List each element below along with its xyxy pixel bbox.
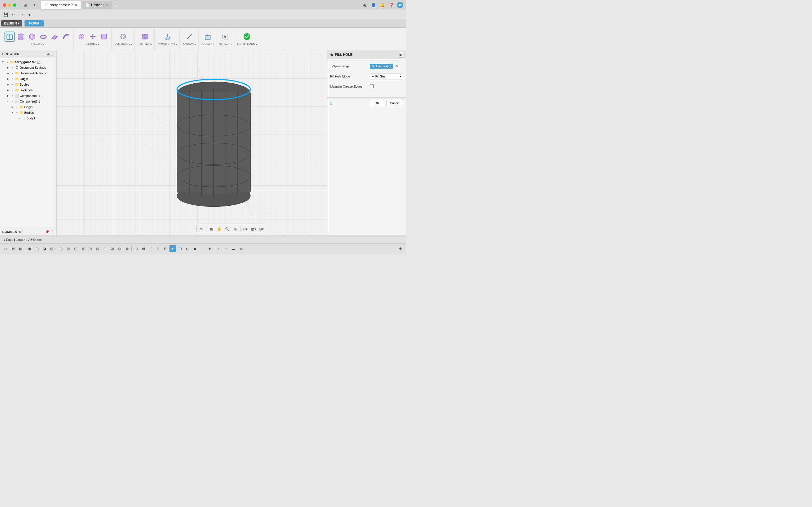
extension-icon[interactable]: 🔌 (361, 2, 368, 8)
bt-icon-4[interactable]: ▥ (65, 245, 71, 252)
vp-display-mode-icon[interactable]: □▾ (242, 226, 249, 232)
clear-selection-button[interactable]: ✕ (395, 64, 398, 68)
create-pipe-icon[interactable] (61, 32, 71, 42)
create-torus-icon[interactable] (38, 32, 49, 42)
save-icon[interactable]: 💾 (2, 11, 9, 18)
tree-item-comp3-bodies[interactable]: ▼ ● 📁 Bodies (0, 110, 56, 115)
panel-expand-button[interactable]: ▶ (399, 52, 403, 57)
notification-icon[interactable]: 🔔 (379, 2, 386, 8)
bt-icon-5[interactable]: ◲ (72, 245, 79, 252)
bt-icon-7[interactable]: ◳ (87, 245, 94, 252)
grid-icon[interactable]: ⊞ (22, 2, 29, 8)
bt-icon-8[interactable]: ▧ (94, 245, 101, 252)
symmetry-icon[interactable] (118, 32, 128, 42)
tree-item-origin[interactable]: ▶ ● 📁 Origin (0, 76, 56, 82)
bt-body-select-icon[interactable]: ▣ (26, 245, 33, 252)
viewport[interactable]: TOP FRONT ⚙ ⊞ ✋ 🔍 ⊕ □▾ (56, 50, 406, 235)
vp-orbit-icon[interactable]: ⚙ (198, 226, 204, 232)
bt-icon-20[interactable]: ◼ (192, 245, 198, 252)
bt-icon-16[interactable]: ⊟ (155, 245, 161, 252)
insert-icon[interactable] (203, 32, 213, 42)
minimize-button[interactable] (8, 3, 11, 7)
select-icon[interactable] (220, 32, 231, 42)
tree-item-named-views[interactable]: ▶ ● 📁 Document Settings (0, 70, 56, 76)
inspect-measure-icon[interactable] (185, 32, 195, 42)
redo-icon[interactable]: ↪ (18, 11, 25, 18)
tree-item-body1[interactable]: ● □ Body1 (0, 115, 56, 121)
bt-icon-6[interactable]: ▦ (80, 245, 86, 252)
vp-pan-icon[interactable]: ✋ (216, 226, 223, 232)
bt-edge-select-icon[interactable]: ◪ (41, 245, 48, 252)
bt-icon-21[interactable]: ◽ (199, 245, 206, 252)
create-dropdown-arrow[interactable]: ▾ (43, 43, 44, 46)
tab-2-close[interactable]: ✕ (105, 3, 108, 7)
bt-select-box-icon[interactable]: □ (2, 245, 9, 252)
bt-icon-10[interactable]: ▨ (109, 245, 116, 252)
help-icon[interactable]: ❓ (388, 2, 395, 8)
create-plane-icon[interactable] (50, 32, 60, 42)
tab-1[interactable]: 📄 sorry game v8* ✕ (41, 1, 81, 9)
bt-icon-12[interactable]: ▩ (123, 245, 130, 252)
tree-item-comp3-origin[interactable]: ▶ ● 📁 Origin (0, 104, 56, 110)
bt-icon-3[interactable]: ◱ (57, 245, 64, 252)
bt-icon-17[interactable]: ◸ (162, 245, 169, 252)
finish-form-dropdown-arrow[interactable]: ▾ (256, 43, 257, 46)
cancel-button[interactable]: Cancel (386, 100, 403, 106)
undo-icon[interactable]: ↩ (10, 11, 17, 18)
bt-select-lasso-icon[interactable]: ◧ (17, 245, 24, 252)
bt-icon-15[interactable]: ◷ (147, 245, 154, 252)
info-icon[interactable]: ℹ (330, 101, 332, 106)
bt-icon-24[interactable]: ▫ (223, 245, 230, 252)
tree-item-sketches[interactable]: ▶ ● 📁 Sketches (0, 87, 56, 93)
vp-zoom-icon[interactable]: 🔍 (224, 226, 231, 232)
modify-edit-icon[interactable] (77, 32, 87, 42)
bt-icon-14[interactable]: ⊞ (140, 245, 147, 252)
insert-dropdown-arrow[interactable]: ▾ (213, 43, 214, 46)
bt-icon-9[interactable]: ◴ (101, 245, 108, 252)
bt-icon-23[interactable]: ▪ (215, 245, 222, 252)
bt-icon-26[interactable]: ▭ (238, 245, 244, 252)
comments-pin-icon[interactable]: 📌 (45, 230, 49, 234)
inspect-dropdown-arrow[interactable]: ▾ (195, 43, 196, 46)
ok-button[interactable]: OK (370, 100, 384, 106)
toolbar-more-icon[interactable]: ▾ (26, 11, 33, 18)
tree-item-document-settings[interactable]: ▶ ● ⚙ Document Settings (0, 65, 56, 70)
vp-zoomfit-icon[interactable]: ⊕ (232, 226, 239, 232)
utilities-dropdown-arrow[interactable]: ▾ (151, 43, 152, 46)
tab-2[interactable]: 📄 Untitled* ✕ (82, 1, 112, 9)
modify-dropdown-arrow[interactable]: ▾ (98, 43, 99, 46)
account-icon[interactable]: 👤 (370, 2, 377, 8)
tab-1-close[interactable]: ✕ (75, 3, 77, 7)
bt-select-paint-icon[interactable]: ◩ (10, 245, 16, 252)
3d-model[interactable] (166, 75, 262, 211)
create-cylinder-icon[interactable] (16, 32, 26, 42)
comments-menu-icon[interactable]: ⋮ (50, 230, 54, 234)
fill-mode-dropdown[interactable]: ✦ Fill Star ▾ (370, 73, 403, 79)
bt-icon-25[interactable]: ▬ (230, 245, 237, 252)
settings-gear-icon[interactable]: ⚙ (397, 245, 404, 252)
create-sphere-icon[interactable] (27, 32, 37, 42)
construct-dropdown-arrow[interactable]: ▾ (176, 43, 177, 46)
select-dropdown-arrow[interactable]: ▾ (231, 43, 232, 46)
new-tab-button[interactable]: + (112, 3, 119, 8)
bt-face-select-icon[interactable]: ◫ (34, 245, 40, 252)
create-box-icon[interactable] (4, 32, 15, 42)
maximize-button[interactable] (13, 3, 16, 7)
construct-plane-icon[interactable] (162, 32, 172, 42)
user-profile-icon[interactable]: JP (397, 2, 403, 8)
vp-grid-icon[interactable]: ⊞ (208, 226, 215, 232)
bt-icon-22[interactable]: ◾ (206, 245, 213, 252)
tree-item-bodies[interactable]: ▶ ● 📁 Bodies (0, 82, 56, 87)
maintain-crease-checkbox[interactable] (370, 84, 373, 88)
tree-root[interactable]: ▼ ● 📁 sorry game v7 🔄 (0, 59, 56, 65)
finish-form-icon[interactable] (242, 32, 252, 42)
bt-icon-19[interactable]: ◺ (184, 245, 191, 252)
vp-visual-style-icon[interactable]: ▦▾ (250, 226, 257, 232)
utilities-icon[interactable] (140, 32, 150, 42)
bt-icon-18[interactable]: ◹ (177, 245, 184, 252)
tree-item-component1[interactable]: ▶ ● ⬜ Component1:1 ◯ (0, 93, 56, 99)
design-dropdown[interactable]: DESIGN ▾ (1, 20, 22, 26)
modify-crease-icon[interactable] (99, 32, 109, 42)
browser-collapse-icon[interactable]: ◀ (47, 52, 49, 56)
close-button[interactable] (3, 3, 6, 7)
